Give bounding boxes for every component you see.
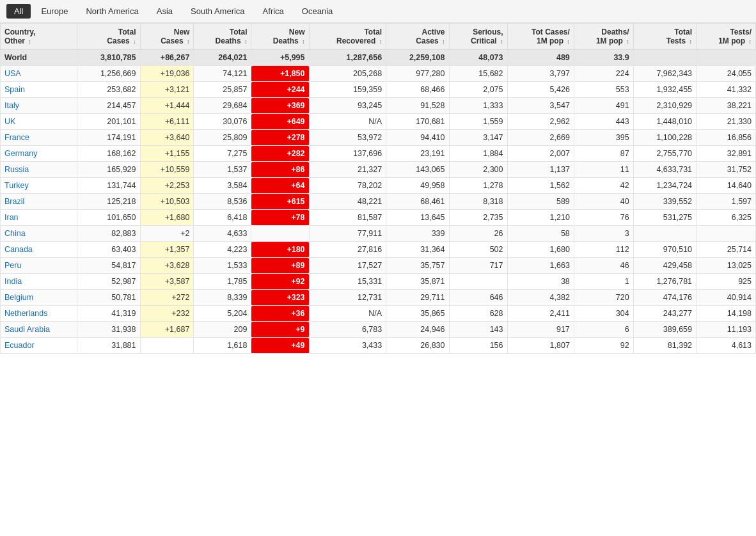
country-cell[interactable]: Netherlands	[1, 306, 77, 322]
total-tests-cell	[633, 226, 696, 242]
active-cases-cell: 26,830	[386, 338, 449, 354]
col-header-2[interactable]: NewCases ↕	[140, 24, 194, 50]
col-header-8[interactable]: Tot Cases/1M pop ↕	[507, 24, 574, 50]
tab-oceania[interactable]: Oceania	[294, 4, 340, 19]
total-tests-cell: 1,276,781	[633, 274, 696, 290]
country-cell[interactable]: Canada	[1, 242, 77, 258]
country-cell[interactable]: Turkey	[1, 178, 77, 194]
table-row: Italy214,457+1,44429,684+36993,24591,528…	[1, 98, 756, 114]
country-link[interactable]: Peru	[4, 261, 21, 270]
col-header-6[interactable]: ActiveCases ↕	[386, 24, 449, 50]
tests-per1m-cell: 21,330	[697, 114, 756, 130]
col-header-3[interactable]: TotalDeaths ↕	[194, 24, 251, 50]
country-link[interactable]: France	[4, 133, 29, 142]
country-cell[interactable]: USA	[1, 66, 77, 82]
total-recovered-cell: 78,202	[309, 178, 386, 194]
total-cases-cell: 1,256,669	[77, 66, 140, 82]
country-link[interactable]: India	[4, 277, 22, 286]
country-cell[interactable]: Italy	[1, 98, 77, 114]
total-cases-cell: 54,817	[77, 258, 140, 274]
new-cases-cell: +1,680	[140, 210, 194, 226]
country-cell[interactable]: Peru	[1, 258, 77, 274]
country-cell[interactable]: Spain	[1, 82, 77, 98]
new-cases-cell: +10,559	[140, 162, 194, 178]
col-header-1[interactable]: TotalCases ↓	[77, 24, 140, 50]
total-tests-cell: 531,275	[633, 210, 696, 226]
total-cases-cell: 50,781	[77, 290, 140, 306]
tab-south-america[interactable]: South America	[183, 4, 253, 19]
col-header-9[interactable]: Deaths/1M pop ↕	[574, 24, 633, 50]
col-header-5[interactable]: TotalRecovered ↕	[309, 24, 386, 50]
country-cell[interactable]: UK	[1, 114, 77, 130]
tab-all[interactable]: All	[6, 4, 31, 19]
country-cell[interactable]: India	[1, 274, 77, 290]
total-cases-cell: 168,162	[77, 146, 140, 162]
col-header-4[interactable]: NewDeaths ↕	[251, 24, 309, 50]
table-row: India52,987+3,5871,785+9215,33135,871381…	[1, 274, 756, 290]
tot-cases-per1m-cell: 2,669	[507, 130, 574, 146]
serious-critical-cell: 717	[449, 258, 507, 274]
tot-cases-per1m-cell: 1,807	[507, 338, 574, 354]
tab-africa[interactable]: Africa	[255, 4, 292, 19]
total-cases-cell: 63,403	[77, 242, 140, 258]
new-deaths-cell: +323	[251, 290, 309, 306]
country-link[interactable]: USA	[4, 69, 21, 78]
serious-critical-cell: 8,318	[449, 194, 507, 210]
country-link[interactable]: Saudi Arabia	[4, 325, 50, 334]
country-link[interactable]: Ecuador	[4, 341, 35, 350]
country-link[interactable]: Turkey	[4, 181, 29, 190]
tab-north-america[interactable]: North America	[78, 4, 146, 19]
total-cases-cell: 52,987	[77, 274, 140, 290]
country-link[interactable]: Brazil	[4, 197, 24, 206]
active-cases-cell: 68,461	[386, 194, 449, 210]
total-recovered-cell: 15,331	[309, 274, 386, 290]
new-deaths-cell: +369	[251, 98, 309, 114]
country-cell[interactable]: China	[1, 226, 77, 242]
col-header-0[interactable]: Country,Other ↕	[1, 24, 77, 50]
country-link[interactable]: Italy	[4, 101, 19, 110]
col-header-10[interactable]: TotalTests ↕	[633, 24, 696, 50]
world-cell-7: 48,073	[449, 50, 507, 66]
active-cases-cell: 339	[386, 226, 449, 242]
tabs: AllEuropeNorth AmericaAsiaSouth AmericaA…	[0, 0, 756, 23]
total-recovered-cell: 53,972	[309, 130, 386, 146]
col-header-11[interactable]: Tests/1M pop ↕	[697, 24, 756, 50]
tab-asia[interactable]: Asia	[149, 4, 180, 19]
total-recovered-cell: 6,783	[309, 322, 386, 338]
country-link[interactable]: UK	[4, 117, 15, 126]
country-link[interactable]: Netherlands	[4, 309, 47, 318]
serious-critical-cell: 15,682	[449, 66, 507, 82]
country-link[interactable]: Iran	[4, 213, 19, 222]
total-tests-cell: 339,552	[633, 194, 696, 210]
country-cell[interactable]: Saudi Arabia	[1, 322, 77, 338]
total-recovered-cell: 205,268	[309, 66, 386, 82]
country-cell[interactable]: France	[1, 130, 77, 146]
country-link[interactable]: China	[4, 229, 26, 238]
country-cell[interactable]: Iran	[1, 210, 77, 226]
serious-critical-cell: 3,147	[449, 130, 507, 146]
world-cell-9: 33.9	[574, 50, 633, 66]
new-cases-cell	[140, 338, 194, 354]
country-link[interactable]: Germany	[4, 149, 37, 158]
col-header-7[interactable]: Serious,Critical ↕	[449, 24, 507, 50]
country-link[interactable]: Belgium	[4, 293, 33, 302]
country-cell[interactable]: Russia	[1, 162, 77, 178]
country-cell[interactable]: Germany	[1, 146, 77, 162]
country-link[interactable]: Canada	[4, 245, 33, 254]
total-cases-cell: 31,938	[77, 322, 140, 338]
new-cases-cell: +2,253	[140, 178, 194, 194]
total-tests-cell: 970,510	[633, 242, 696, 258]
tab-europe[interactable]: Europe	[33, 4, 75, 19]
tests-per1m-cell: 31,752	[697, 162, 756, 178]
serious-critical-cell: 1,559	[449, 114, 507, 130]
country-link[interactable]: Russia	[4, 165, 29, 174]
country-link[interactable]: Spain	[4, 85, 25, 94]
total-tests-cell: 1,932,455	[633, 82, 696, 98]
country-cell[interactable]: Brazil	[1, 194, 77, 210]
active-cases-cell: 35,757	[386, 258, 449, 274]
active-cases-cell: 23,191	[386, 146, 449, 162]
country-cell[interactable]: Ecuador	[1, 338, 77, 354]
deaths-per1m-cell: 92	[574, 338, 633, 354]
deaths-per1m-cell: 395	[574, 130, 633, 146]
country-cell[interactable]: Belgium	[1, 290, 77, 306]
